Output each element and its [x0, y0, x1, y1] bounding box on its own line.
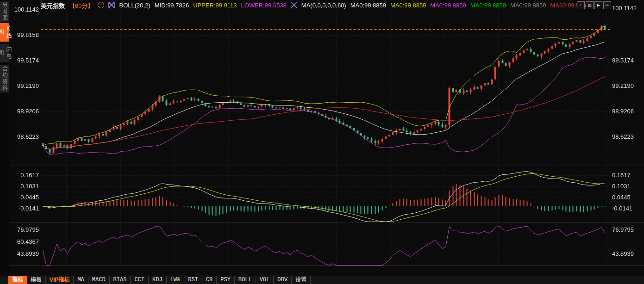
sidebar-item-time-chart[interactable]: 分时图: [0, 1, 9, 22]
ma0-value: MA0:99.8859: [470, 2, 506, 9]
left-tab-rail: 分时图 K线图 闪电图 合约资料: [0, 0, 9, 284]
y-tick: 98.9206: [612, 108, 634, 115]
y-tick: 76.9795: [612, 226, 634, 234]
tab-vol[interactable]: VOL: [256, 276, 274, 284]
period-tag: 【60分】: [69, 1, 94, 10]
y-tick: 99.5174: [612, 57, 634, 64]
tab-lwr[interactable]: LW&: [167, 276, 185, 284]
tab-macd[interactable]: MACD: [88, 276, 110, 284]
kline-chart-canvas[interactable]: [0, 0, 644, 284]
y-tick: 99.2190: [612, 82, 634, 90]
ma-indicator-icon[interactable]: [291, 2, 297, 8]
boll-lower-value: LOWER:99.6538: [241, 2, 287, 9]
tab-vip-indicator[interactable]: VIP指标: [46, 276, 74, 284]
y-tick: 0.0445: [612, 194, 631, 201]
crosshair-icon[interactable]: +: [577, 1, 585, 9]
ma0-value: MA0:99.8859: [390, 2, 426, 9]
tab-boll[interactable]: BOLL: [235, 276, 256, 284]
y-tick: 98.6223: [612, 133, 634, 141]
tab-obv[interactable]: OBV: [274, 276, 292, 284]
boll-indicator-icon[interactable]: [108, 2, 115, 8]
indicator-tab-bar: 指标 模板 VIP指标 MA MACD BIAS CCI KDJ LW& RSI…: [0, 276, 644, 284]
tab-kdj[interactable]: KDJ: [149, 276, 167, 284]
y-tick: -0.0141: [612, 205, 632, 212]
sidebar-item-flash-chart[interactable]: 闪电图: [0, 44, 9, 62]
sidebar-item-label: 分时图: [1, 2, 9, 21]
y-tick: 0.1617: [612, 172, 631, 179]
y-tick: 0.1031: [612, 183, 631, 190]
y-tick: 43.8939: [612, 250, 634, 258]
minus-circle-icon[interactable]: [98, 2, 104, 8]
tab-indicator[interactable]: 指标: [8, 276, 27, 284]
trading-terminal-window: 分时图 K线图 闪电图 合约资料 美元指数 【60分】 BOLL(20,2) M…: [0, 0, 644, 284]
chart-toolbar: + ▤ ▶ ↦: [577, 1, 611, 9]
symbol-title: 美元指数: [41, 1, 65, 10]
tab-rsi[interactable]: RSI: [184, 276, 202, 284]
axis-scale-left-icon[interactable]: ▤: [586, 1, 594, 9]
sidebar-item-label: 闪电图: [0, 44, 13, 62]
sidebar-item-label: K线图: [0, 23, 13, 42]
tab-template[interactable]: 模板: [27, 276, 46, 284]
axis-scale-right-icon[interactable]: ▶: [594, 1, 602, 9]
ma0-value: MA0:99.8859: [350, 2, 386, 9]
boll-mid-value: MID:99.7826: [155, 2, 189, 9]
tab-ma[interactable]: MA: [74, 276, 88, 284]
tab-cr[interactable]: CR: [202, 276, 217, 284]
tab-psy[interactable]: PSY: [217, 276, 235, 284]
tab-bias[interactable]: BIAS: [110, 276, 131, 284]
ma0-value: MA0:99.8859: [510, 2, 546, 9]
indicator-header: 美元指数 【60分】 BOLL(20,2) MID:99.7826 UPPER:…: [41, 1, 589, 9]
boll-name: BOLL(20,2): [119, 2, 150, 9]
sidebar-item-kline-chart[interactable]: K线图: [0, 23, 9, 42]
sidebar-item-label: 合约资料: [1, 66, 9, 92]
sidebar-item-contract-info[interactable]: 合约资料: [0, 65, 9, 93]
ma0-value: MA0:99.8859: [430, 2, 466, 9]
shift-right-icon[interactable]: ↦: [603, 1, 611, 9]
y-tick: 100.1142: [612, 5, 637, 12]
ma-name: MA(0,0,0,0,0,60): [301, 2, 346, 9]
tab-settings[interactable]: 设置: [292, 276, 311, 284]
tab-cci[interactable]: CCI: [131, 276, 149, 284]
boll-upper-value: UPPER:99.9113: [193, 2, 237, 9]
